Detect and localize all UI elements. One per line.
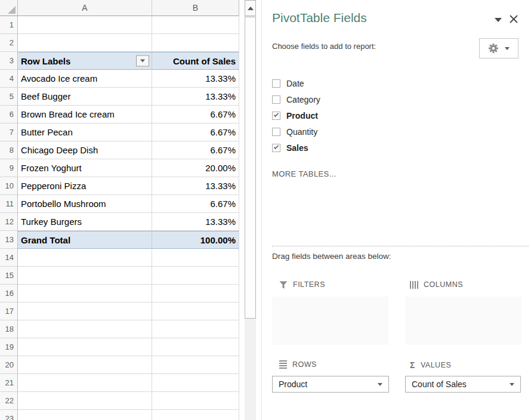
tools-gear-button[interactable]	[479, 38, 518, 58]
field-item-sales[interactable]: Sales	[272, 140, 517, 156]
row-number[interactable]: 14	[0, 249, 18, 267]
pane-options-caret-icon[interactable]	[495, 18, 502, 22]
row-number[interactable]: 3	[0, 52, 18, 70]
cell-b[interactable]	[152, 338, 239, 356]
scrollbar-thumb[interactable]	[245, 17, 256, 319]
cell-a[interactable]	[18, 320, 152, 338]
cell-b[interactable]	[152, 374, 239, 392]
row-labels-filter-button[interactable]	[136, 55, 149, 67]
worksheet-vertical-scrollbar[interactable]	[245, 0, 256, 420]
row-number[interactable]: 1	[0, 16, 18, 34]
cell-b[interactable]: 100.00%	[152, 231, 239, 249]
cell-b[interactable]: Count of Sales	[152, 52, 239, 70]
row-number[interactable]: 20	[0, 356, 18, 374]
cell-b[interactable]: 13.33%	[152, 88, 239, 106]
cell-a[interactable]	[18, 34, 152, 52]
cell-b[interactable]	[152, 356, 239, 374]
row-number[interactable]: 12	[0, 213, 18, 231]
column-header-a[interactable]: A	[18, 0, 152, 16]
cell-b[interactable]	[152, 302, 239, 320]
row-number[interactable]: 4	[0, 70, 18, 88]
cell-b[interactable]: 6.67%	[152, 141, 239, 159]
cell-a[interactable]	[18, 267, 152, 285]
field-item-quantity[interactable]: Quantity	[272, 123, 517, 140]
values-field-pill[interactable]: Count of Sales	[405, 376, 521, 393]
filters-label: FILTERS	[293, 280, 325, 289]
field-item-product[interactable]: Product	[272, 107, 517, 123]
cell-a[interactable]	[18, 285, 152, 302]
cell-a[interactable]: Beef Bugger	[18, 88, 152, 106]
cell-a[interactable]	[18, 249, 152, 267]
cell-b[interactable]: 13.33%	[152, 177, 239, 195]
cell-b[interactable]: 6.67%	[152, 106, 239, 123]
cell-a[interactable]: Grand Total	[18, 231, 152, 249]
rows-field-pill[interactable]: Product	[272, 376, 389, 393]
row-number[interactable]: 18	[0, 320, 18, 338]
cell-a[interactable]: Brown Bread Ice cream	[18, 106, 152, 123]
field-checkbox[interactable]	[272, 112, 280, 120]
column-header-b[interactable]: B	[152, 0, 239, 16]
row-number[interactable]: 16	[0, 285, 18, 302]
select-all-corner[interactable]	[0, 0, 18, 16]
cell-b[interactable]	[152, 267, 239, 285]
cell-b[interactable]	[152, 34, 239, 52]
cell-a[interactable]	[18, 338, 152, 356]
row-number[interactable]: 15	[0, 267, 18, 285]
cell-b[interactable]: 6.67%	[152, 123, 239, 141]
pane-close-button[interactable]	[509, 14, 518, 24]
cell-a[interactable]	[18, 392, 152, 410]
row-number[interactable]: 10	[0, 177, 18, 195]
field-checkbox[interactable]	[272, 128, 280, 136]
cell-a[interactable]: Row Labels	[18, 52, 152, 70]
filter-funnel-icon	[279, 281, 288, 289]
cell-a[interactable]	[18, 356, 152, 374]
more-tables-link[interactable]: MORE TABLES...	[272, 169, 336, 178]
cell-b[interactable]: 6.67%	[152, 195, 239, 213]
row-number[interactable]: 8	[0, 141, 18, 159]
cell-a[interactable]: Portobello Mushroom	[18, 195, 152, 213]
checkmark-icon	[274, 144, 279, 149]
cell-a[interactable]	[18, 374, 152, 392]
cell-b[interactable]: 13.33%	[152, 70, 239, 88]
cell-a[interactable]: Turkey Burgers	[18, 213, 152, 231]
row-number[interactable]: 11	[0, 195, 18, 213]
scroll-up-button[interactable]	[245, 0, 256, 16]
cell-a[interactable]: Pepperoni Pizza	[18, 177, 152, 195]
row-number[interactable]: 22	[0, 392, 18, 410]
cell-a[interactable]: Avocado Ice cream	[18, 70, 152, 88]
row-number[interactable]: 5	[0, 88, 18, 106]
field-item-date[interactable]: Date	[272, 75, 517, 91]
row-number[interactable]: 6	[0, 106, 18, 123]
cell-b[interactable]	[152, 320, 239, 338]
row-number[interactable]: 7	[0, 123, 18, 141]
row-number[interactable]: 21	[0, 374, 18, 392]
cell-a[interactable]	[18, 410, 152, 420]
filters-drop-zone[interactable]	[272, 297, 388, 345]
cell-a[interactable]	[18, 16, 152, 34]
cell-b[interactable]	[152, 285, 239, 302]
cell-b[interactable]	[152, 249, 239, 267]
cell-a[interactable]: Frozen Yoghurt	[18, 159, 152, 177]
cell-b[interactable]	[152, 392, 239, 410]
cell-a[interactable]	[18, 302, 152, 320]
row-number[interactable]: 13	[0, 231, 18, 249]
field-item-category[interactable]: Category	[272, 91, 517, 107]
row-number[interactable]: 2	[0, 34, 18, 52]
cell-b[interactable]	[152, 410, 239, 420]
field-checkbox[interactable]	[272, 95, 280, 104]
table-row: 8Chicago Deep Dish6.67%	[0, 141, 240, 159]
field-label: Quantity	[286, 127, 317, 137]
cell-a[interactable]: Butter Pecan	[18, 123, 152, 141]
row-number[interactable]: 17	[0, 302, 18, 320]
row-number[interactable]: 9	[0, 159, 18, 177]
row-number[interactable]: 23	[0, 410, 18, 420]
cell-b[interactable]: 20.00%	[152, 159, 239, 177]
cell-b[interactable]	[152, 16, 239, 34]
columns-drop-zone[interactable]	[405, 297, 521, 345]
cell-a[interactable]: Chicago Deep Dish	[18, 141, 152, 159]
row-number[interactable]: 19	[0, 338, 18, 356]
field-checkbox[interactable]	[272, 144, 280, 152]
pane-separator	[272, 246, 529, 246]
cell-b[interactable]: 13.33%	[152, 213, 239, 231]
field-checkbox[interactable]	[272, 79, 280, 88]
